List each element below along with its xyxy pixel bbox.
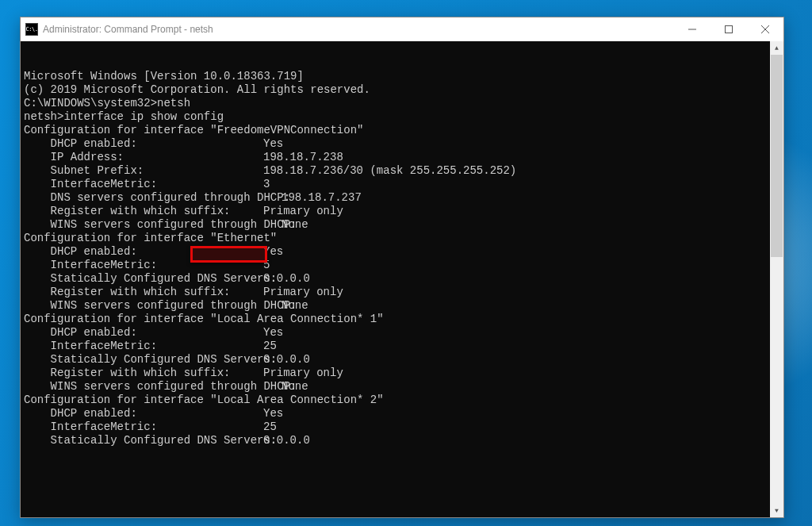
- scroll-up-button[interactable]: ▲: [770, 41, 783, 55]
- maximize-button[interactable]: [710, 17, 747, 41]
- vertical-scrollbar[interactable]: ▲ ▼: [770, 41, 783, 517]
- close-button[interactable]: [747, 17, 783, 41]
- scroll-track[interactable]: [770, 55, 783, 504]
- minimize-button[interactable]: [674, 17, 710, 41]
- console-text: Microsoft Windows [Version 10.0.18363.71…: [24, 70, 780, 447]
- svg-rect-1: [726, 26, 733, 33]
- window-title: Administrator: Command Prompt - netsh: [43, 24, 213, 35]
- scroll-thumb[interactable]: [771, 55, 783, 257]
- titlebar[interactable]: C:\. Administrator: Command Prompt - net…: [21, 17, 783, 41]
- command-prompt-window: C:\. Administrator: Command Prompt - net…: [20, 17, 784, 518]
- console-area[interactable]: Microsoft Windows [Version 10.0.18363.71…: [21, 41, 783, 517]
- cmd-icon-glyph: C:\.: [26, 26, 38, 33]
- cmd-icon: C:\.: [25, 23, 38, 36]
- scroll-down-button[interactable]: ▼: [770, 504, 783, 517]
- window-controls: [674, 17, 783, 41]
